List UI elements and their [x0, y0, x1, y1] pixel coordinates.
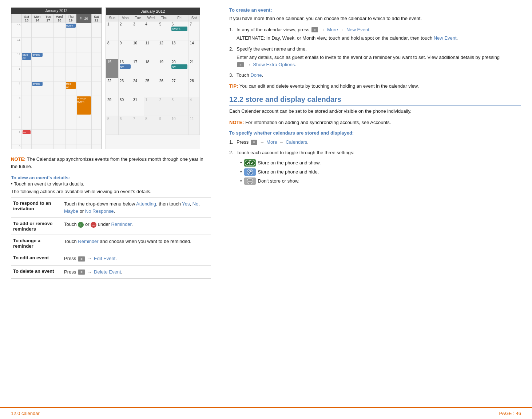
action-key-reminder: To add or removereminders [11, 218, 62, 235]
specify-steps-list: 1. Press ≡ → More → Calendars. 2. Touch … [229, 139, 521, 188]
note-sync: NOTE: The Calendar app synchronizes even… [11, 156, 211, 170]
arrow-icon3: → [321, 27, 325, 33]
w-cell [53, 67, 65, 81]
cal-cell: 5 [106, 116, 119, 135]
table-row: To add or removereminders Touch + or – u… [11, 218, 211, 235]
no-response-link: No Response [85, 208, 114, 214]
cal-cell: 18 [144, 59, 158, 78]
actions-table: To respond to aninvitation Touch the dro… [11, 197, 211, 279]
w-cell [91, 52, 101, 67]
cal-cell: 7 [188, 21, 199, 40]
cal-cell: 28 [188, 78, 199, 97]
cal-header-fri: Fri [170, 15, 188, 21]
w-cell [76, 115, 91, 130]
day-header-sat: Sat 15 [22, 14, 32, 23]
arrow-icon2: → [87, 269, 92, 275]
cal-cell: 4 [188, 97, 199, 116]
action-key-respond: To respond to aninvitation [11, 197, 62, 218]
cal-cell: 22 [106, 78, 119, 97]
reminder-link: Reminder [111, 222, 132, 227]
week-view-table: Sat 15 Mon 14 Tue 17 Wed 18 Thu 19 Fri 2… [11, 14, 102, 149]
w-cell [22, 144, 32, 149]
w-cell [65, 144, 76, 149]
day-header-mon: Mon 14 [32, 14, 43, 23]
no-store-icon [244, 177, 256, 185]
cal-cell: 1 [106, 21, 119, 40]
cal-cell: 5 [158, 21, 170, 40]
w-cell [22, 67, 32, 81]
action-val-delete: Press ≡ → Delete Event. [62, 265, 211, 279]
action-key-delete: To delete an event [11, 265, 62, 279]
arrow-icon6: → [260, 139, 264, 145]
note-text: The Calendar app synchronizes events fro… [11, 156, 203, 169]
specify-heading: To specify whether calendars are stored … [229, 130, 521, 136]
cal-cell: 2 [158, 97, 170, 116]
month-cal-table: Sun Mon Tue Wed Thu Fri Sat 1 [106, 15, 200, 135]
done-link: Done [250, 72, 262, 78]
action-val-change-reminder: Touch Reminder and choose when you want … [62, 235, 211, 252]
time-1: 1 [12, 67, 22, 81]
attending-link: Attending [136, 201, 156, 207]
cal-cell: 31 [132, 97, 144, 116]
view-events-body: The following actions are available whil… [11, 189, 211, 194]
action-val-respond: Touch the drop-down menu below Attending… [62, 197, 211, 218]
step-content-1: In any of the calendar views, press ≡ → … [237, 26, 521, 42]
cal-cell: 1 [144, 97, 158, 116]
specify-step-num-1: 1. [229, 139, 237, 146]
cal-cell: 8 [106, 40, 119, 59]
w-cell [65, 38, 76, 52]
action-val-reminder: Touch + or – under Reminder. [62, 218, 211, 235]
cal-cell: 4 [144, 21, 158, 40]
cal-cell: 27 [170, 78, 188, 97]
time-3: 3 [12, 96, 22, 115]
cal-cell: 14 [188, 40, 199, 59]
cal-cell: 3 [132, 21, 144, 40]
arrow-icon: → [87, 255, 92, 262]
right-column: To create an event: If you have more tha… [222, 7, 521, 400]
menu-icon4: ≡ [237, 62, 244, 67]
cal-cell: 20ev [170, 59, 188, 78]
cal-header-tue: Tue [132, 15, 144, 21]
w-cell [53, 38, 65, 52]
tip-text: You can edit and delete events by touchi… [238, 83, 419, 89]
note2-label: NOTE: [229, 120, 244, 125]
w-cell [32, 96, 43, 115]
specify-step-1: 1. Press ≡ → More → Calendars. [229, 139, 521, 146]
left-column: January 2012 Sat 15 Mon 14 Tue 17 Wed 18… [11, 7, 222, 400]
maybe-link: Maybe [64, 208, 78, 214]
create-event-body: If you have more than one calendar, you … [229, 15, 521, 23]
w-cell: blue ev [22, 52, 32, 67]
cal-cell: 24 [132, 78, 144, 97]
w-cell [91, 38, 101, 52]
cal-cell: 19 [158, 59, 170, 78]
w-cell: free at... [65, 81, 76, 96]
calendars-link: Calendars [286, 139, 307, 145]
table-row: To edit an event Press ≡ → Edit Event. [11, 252, 211, 266]
cal-cell: 30 [118, 97, 132, 116]
w-cell [32, 115, 43, 130]
action-val-edit: Press ≡ → Edit Event. [62, 252, 211, 266]
w-cell [32, 38, 43, 52]
w-cell [53, 115, 65, 130]
day-header-wed: Wed 18 [53, 14, 65, 23]
w-cell [53, 23, 65, 38]
section-heading-12-2: 12.2 store and display calendars [229, 95, 521, 105]
w-cell: — [22, 130, 32, 144]
table-row: To change a reminder Touch Reminder and … [11, 235, 211, 252]
bullet-item-3: Don't store or show. [240, 177, 521, 185]
w-cell [76, 144, 91, 149]
w-cell [43, 52, 53, 67]
cal-cell: 11 [188, 116, 199, 135]
cal-cell: 21 [188, 59, 199, 78]
w-cell: event [32, 52, 43, 67]
menu-icon2: ≡ [78, 270, 85, 275]
w-cell [43, 23, 53, 38]
w-cell [65, 115, 76, 130]
w-cell [91, 96, 101, 115]
footer: 12.0 calendar PAGE : 46 [0, 407, 532, 419]
w-cell [65, 130, 76, 144]
w-cell [91, 81, 101, 96]
w-cell [76, 23, 91, 38]
w-cell [76, 67, 91, 81]
action-key-change-reminder: To change a reminder [11, 235, 62, 252]
